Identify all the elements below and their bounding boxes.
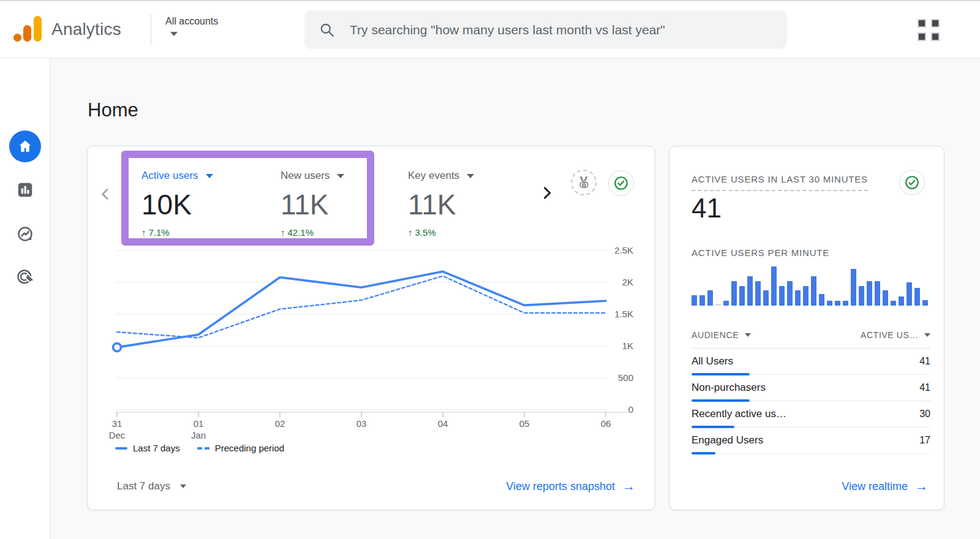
minute-bar [803,286,809,306]
chevron-down-icon [206,174,213,178]
view-reports-snapshot-link[interactable]: View reports snapshot → [506,479,635,494]
minute-bar [859,286,864,306]
trend-chart: 2.5K2K1.5K1K500031Dec01Jan0203040506 [89,243,644,445]
brand: Analytics [13,16,121,43]
chevron-down-icon [180,484,186,488]
advertising-icon [16,268,34,287]
insight-check-icon[interactable] [608,170,634,196]
svg-text:04: 04 [438,418,448,429]
solid-line-swatch [115,447,127,450]
minute-bar [867,281,872,306]
dashed-line-swatch [197,447,209,450]
date-range-selector[interactable]: Last 7 days [117,480,186,492]
svg-text:0: 0 [628,404,633,415]
search-input[interactable] [349,22,772,38]
minute-bar [755,281,761,306]
forward-arrow-icon: → [915,479,928,494]
sidebar-item-home[interactable] [0,130,50,162]
minute-bar [779,286,785,306]
forward-arrow-icon: → [622,479,635,494]
users-per-minute-chart [692,266,929,306]
minute-bar [787,281,793,306]
minute-bar [819,294,824,306]
minute-bar [843,301,848,306]
home-icon [9,130,41,162]
svg-text:05: 05 [519,418,530,429]
minute-bar [899,296,904,306]
metric-dropdown[interactable]: Active users [141,170,213,182]
realtime-card: ACTIVE USERS IN LAST 30 MINUTES 41 ACTIV… [669,146,944,510]
page-title: Home [88,99,138,121]
metric-change: ↑42.1% [281,227,344,238]
minute-bar [875,281,880,306]
topbar: Analytics All accounts [0,0,980,58]
metric-new-users: New users 11K ↑42.1% [281,170,344,238]
table-row: Engaged Users 17 [692,428,930,454]
table-row: Non-purchasers 41 [692,375,930,401]
apps-grid-icon[interactable] [918,19,940,41]
active-users-column-header[interactable]: ACTIVE US… [861,330,930,340]
metrics-prev-chevron[interactable] [97,186,113,202]
minute-bar [891,301,896,306]
minute-bar [692,295,697,306]
metric-change: ↑3.5% [408,227,474,238]
minute-bar [851,269,856,306]
chevron-down-icon [924,333,930,337]
minute-bar [771,266,777,306]
up-arrow-icon: ↑ [141,227,146,238]
minute-bar [795,290,801,306]
minute-bar [699,295,705,306]
sidebar [0,58,50,539]
sidebar-item-explore[interactable] [0,225,50,243]
bar-chart-icon [16,181,34,199]
metric-key-events: Key events 11K ↑3.5% [408,170,474,238]
svg-text:Dec: Dec [109,430,126,440]
chevron-down-icon [337,174,344,178]
realtime-check-icon[interactable] [899,170,925,195]
sidebar-item-reports[interactable] [0,181,50,199]
minute-bar [723,301,729,306]
table-row: Recently active us… 30 [692,401,930,428]
explore-icon [16,225,34,243]
account-label: All accounts [165,16,218,27]
realtime-title: ACTIVE USERS IN LAST 30 MINUTES [692,174,868,191]
search-bar[interactable] [304,10,787,49]
minute-bar [835,301,840,306]
metric-value: 11K [408,188,474,221]
account-switcher[interactable]: All accounts [165,16,218,39]
brand-name: Analytics [51,20,121,39]
analytics-logo-icon [13,16,42,43]
svg-text:06: 06 [601,418,611,429]
svg-text:1K: 1K [622,341,633,351]
svg-text:2.5K: 2.5K [614,245,633,255]
minute-bar [914,288,920,306]
chevron-down-icon [170,32,178,36]
metrics-next-chevron[interactable] [538,184,556,202]
chart-legend: Last 7 days Preceding period [115,443,284,453]
metric-dropdown[interactable]: Key events [408,170,474,182]
per-minute-title: ACTIVE USERS PER MINUTE [692,247,829,258]
audience-table-header: AUDIENCE ACTIVE US… [692,330,930,349]
view-realtime-link[interactable]: View realtime → [842,479,928,494]
active-users-count: 41 [692,193,722,224]
legend-preceding-period: Preceding period [197,443,284,453]
metric-dropdown[interactable]: New users [281,170,344,182]
search-icon [319,22,335,38]
minute-bar [739,286,745,306]
metric-active-users: Active users 10K ↑7.1% [141,170,213,238]
metric-change: ↑7.1% [141,227,213,238]
audience-table: AUDIENCE ACTIVE US… All Users 41 Non-pur… [692,330,930,454]
up-arrow-icon: ↑ [281,227,285,238]
svg-text:02: 02 [275,418,285,429]
audience-column-header[interactable]: AUDIENCE [692,330,751,340]
minute-bar [747,276,753,306]
minute-bar [883,290,888,306]
overview-card: Active users 10K ↑7.1% New users 11K ↑42… [87,146,655,510]
benchmark-medal-icon[interactable] [571,170,597,195]
minute-bar [715,304,721,306]
chevron-down-icon [745,333,751,337]
metric-value: 10K [141,188,213,221]
minute-bar [707,290,713,306]
sidebar-item-advertising[interactable] [0,268,50,287]
analytics-home-screen: Analytics All accounts [0,0,980,539]
